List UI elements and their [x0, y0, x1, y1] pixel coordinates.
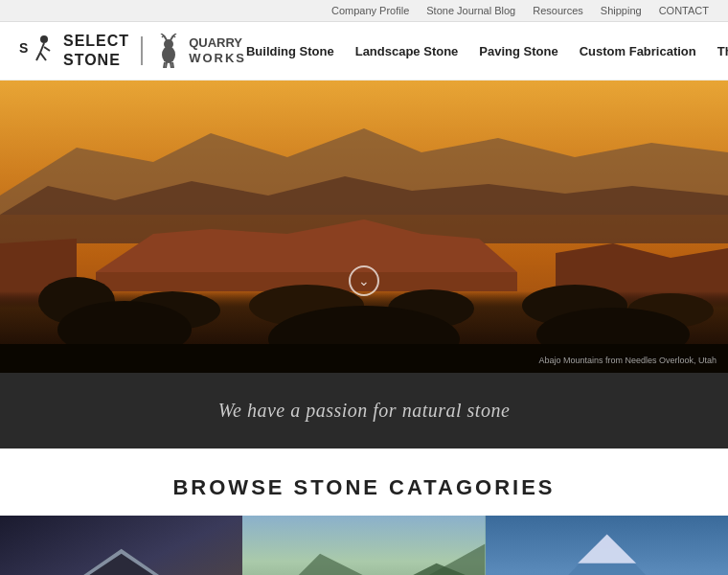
passion-text: We have a passion for natural stone [218, 400, 511, 421]
hero-caption: Abajo Mountains from Needles Overlook, U… [538, 356, 717, 365]
svg-line-10 [162, 35, 164, 37]
category-item-paving[interactable] [486, 516, 728, 575]
svg-line-14 [164, 62, 165, 68]
svg-line-13 [173, 35, 175, 37]
svg-line-17 [172, 62, 173, 68]
company-profile-link[interactable]: Company Profile [331, 5, 409, 16]
header: S SELECT STONE [0, 22, 728, 80]
svg-line-5 [44, 47, 50, 51]
category-item-building[interactable] [0, 516, 242, 575]
logo-text: SELECT STONE [63, 32, 129, 70]
quarry-text: QUARRY WORKS [189, 35, 246, 65]
browse-section: BROWSE STONE CATAGORIES [0, 448, 728, 516]
shipping-link[interactable]: Shipping [601, 5, 642, 16]
svg-line-2 [40, 43, 44, 53]
svg-line-16 [171, 62, 171, 68]
hero-scroll-arrow[interactable]: ⌄ [349, 265, 379, 296]
browse-title: BROWSE STONE CATAGORIES [19, 475, 709, 500]
svg-line-11 [171, 35, 173, 40]
svg-line-4 [40, 53, 46, 60]
contact-link[interactable]: CONTACT [659, 5, 709, 16]
svg-line-15 [166, 62, 167, 68]
svg-point-1 [40, 35, 48, 43]
logo-icon: S [19, 32, 57, 70]
landscape-stone-nav[interactable]: Landscape Stone [355, 44, 459, 58]
hero-section: ⌄ Abajo Mountains from Needles Overlook,… [0, 80, 728, 373]
passion-banner: We have a passion for natural stone [0, 373, 728, 448]
landscape-stone-preview [242, 516, 485, 575]
svg-line-8 [164, 35, 167, 40]
paving-stone-nav[interactable]: Paving Stone [479, 44, 557, 58]
category-item-landscape[interactable] [242, 516, 485, 575]
thin-veneer-nav[interactable]: Thin Veneer [717, 44, 728, 58]
building-stone-nav[interactable]: Building Stone [246, 44, 334, 58]
top-bar: Company Profile Stone Journal Blog Resou… [0, 0, 728, 22]
svg-line-3 [36, 53, 40, 60]
main-nav: Building Stone Landscape Stone Paving St… [246, 41, 728, 60]
paving-stone-preview [486, 516, 728, 575]
custom-fabrication-nav[interactable]: Custom Fabrication [580, 44, 696, 58]
svg-point-7 [164, 39, 173, 49]
logo-divider [141, 36, 143, 65]
building-stone-preview [0, 516, 242, 575]
svg-text:S: S [19, 40, 28, 56]
stone-journal-link[interactable]: Stone Journal Blog [426, 5, 515, 16]
resources-link[interactable]: Resources [533, 5, 583, 16]
deer-icon [154, 34, 183, 68]
logo-area[interactable]: S SELECT STONE [19, 32, 246, 70]
category-strip [0, 516, 728, 575]
hero-background [0, 80, 728, 373]
